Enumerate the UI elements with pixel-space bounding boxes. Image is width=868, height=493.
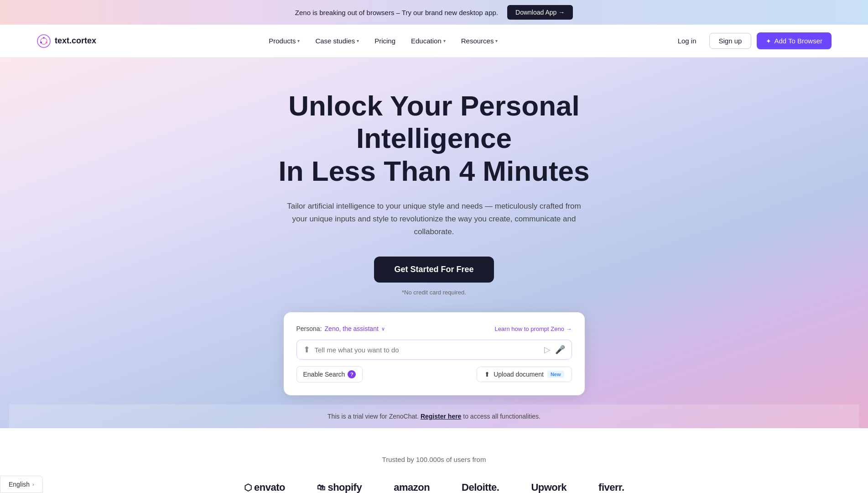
brand-deloitte: Deloitte. (462, 482, 499, 493)
chat-widget: Persona: Zeno, the assistant ∨ Learn how… (284, 312, 585, 395)
hero-subtitle: Tailor artificial intelligence to your u… (279, 200, 589, 238)
signup-button[interactable]: Sign up (709, 33, 752, 49)
navbar: text.cortex Products ▾ Case studies ▾ Pr… (0, 25, 868, 58)
nav-education[interactable]: Education ▾ (405, 33, 452, 48)
banner-text: Zeno is breaking out of browsers – Try o… (295, 9, 498, 16)
trial-notice: This is a trial view for ZenoChat. Regis… (9, 404, 859, 428)
chevron-down-icon: ▾ (443, 38, 446, 43)
brand-envato: ⬡ envato (244, 482, 285, 493)
chevron-right-icon: › (32, 482, 34, 487)
add-to-browser-button[interactable]: ✦ Add To Browser (757, 32, 832, 49)
star-icon: ✦ (766, 37, 771, 45)
nav-pricing[interactable]: Pricing (368, 33, 402, 48)
hero-section: Unlock Your Personal Intelligence In Les… (0, 58, 868, 428)
nav-resources[interactable]: Resources ▾ (455, 33, 504, 48)
attach-icon[interactable]: ⬆ (303, 345, 310, 355)
trusted-section: Trusted by 100.000s of users from ⬡ enva… (0, 428, 868, 493)
chevron-down-icon: ▾ (495, 38, 498, 43)
svg-point-0 (37, 35, 50, 47)
language-switcher[interactable]: English › (0, 476, 43, 493)
svg-point-2 (43, 37, 45, 39)
svg-point-4 (40, 42, 42, 43)
shopify-icon: 🛍 (317, 483, 325, 493)
microphone-icon[interactable]: 🎤 (555, 345, 565, 355)
logo-text: text.cortex (55, 36, 96, 46)
nav-links: Products ▾ Case studies ▾ Pricing Educat… (262, 33, 504, 48)
chat-actions-row: Enable Search ? ⬆ Upload document New (296, 366, 572, 383)
svg-point-1 (41, 38, 47, 44)
login-button[interactable]: Log in (670, 33, 704, 48)
hero-title: Unlock Your Personal Intelligence In Les… (229, 89, 639, 187)
brand-logos-row: ⬡ envato 🛍 shopify amazon Deloitte. Upwo… (36, 482, 832, 493)
svg-point-3 (46, 42, 47, 43)
get-started-button[interactable]: Get Started For Free (374, 257, 494, 283)
nav-products[interactable]: Products ▾ (262, 33, 306, 48)
chat-input-container: ⬆ ▷ 🎤 (296, 340, 572, 360)
brand-fiverr: fiverr. (598, 482, 624, 493)
send-icon[interactable]: ▷ (544, 345, 551, 355)
chat-input[interactable] (315, 346, 540, 354)
envato-icon: ⬡ (244, 482, 252, 493)
trusted-label: Trusted by 100.000s of users from (36, 456, 832, 463)
register-here-link[interactable]: Register here (421, 413, 461, 420)
new-badge: New (547, 371, 564, 378)
brand-amazon: amazon (394, 482, 430, 493)
language-label: English (9, 481, 30, 488)
top-banner: Zeno is breaking out of browsers – Try o… (0, 0, 868, 25)
persona-chevron-icon: ∨ (381, 326, 385, 332)
help-icon: ? (348, 370, 356, 378)
upload-document-button[interactable]: ⬆ Upload document New (477, 367, 572, 382)
download-app-button[interactable]: Download App → (507, 5, 573, 20)
nav-case-studies[interactable]: Case studies ▾ (309, 33, 365, 48)
no-card-required-text: *No credit card required. (402, 289, 466, 296)
logo[interactable]: text.cortex (36, 34, 96, 48)
enable-search-button[interactable]: Enable Search ? (296, 366, 363, 383)
brand-upwork: Upwork (531, 482, 567, 493)
logo-icon (36, 34, 51, 48)
chevron-down-icon: ▾ (357, 38, 359, 43)
persona-selector[interactable]: Persona: Zeno, the assistant ∨ (296, 325, 385, 332)
learn-prompt-link[interactable]: Learn how to prompt Zeno → (494, 325, 572, 332)
nav-actions: Log in Sign up ✦ Add To Browser (670, 32, 832, 49)
brand-shopify: 🛍 shopify (317, 482, 362, 493)
persona-row: Persona: Zeno, the assistant ∨ Learn how… (296, 325, 572, 332)
upload-doc-icon: ⬆ (484, 371, 490, 378)
chevron-down-icon: ▾ (297, 38, 300, 43)
